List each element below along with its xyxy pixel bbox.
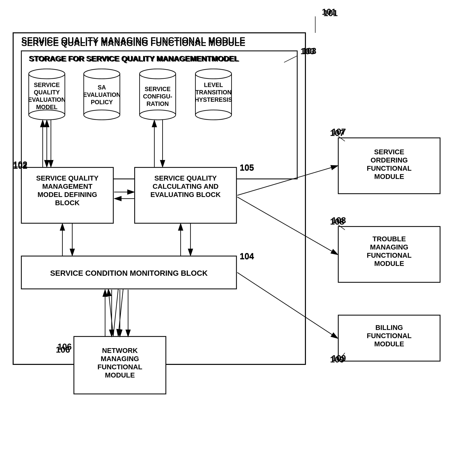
svg-text:109: 109 — [332, 353, 346, 363]
svg-text:EVALUATION: EVALUATION — [83, 91, 121, 98]
svg-text:HYSTERESIS: HYSTERESIS — [195, 96, 232, 103]
svg-text:SA: SA — [98, 84, 106, 91]
svg-text:MODULE: MODULE — [374, 340, 404, 348]
svg-text:MODULE: MODULE — [105, 371, 135, 379]
svg-line-100 — [237, 197, 337, 254]
svg-line-78 — [338, 353, 345, 361]
svg-text:EVALUATING BLOCK: EVALUATING BLOCK — [150, 191, 221, 199]
svg-point-16 — [84, 110, 120, 120]
svg-rect-22 — [140, 74, 176, 115]
storage-box-label: STORAGE FOR SERVICE QUALITY MANAGEMENTMO… — [29, 54, 239, 63]
svg-line-94 — [108, 290, 113, 337]
ref-102: 102 — [13, 161, 27, 171]
svg-line-74 — [338, 136, 345, 141]
svg-text:MODEL: MODEL — [36, 104, 57, 111]
svg-text:EVALUATION: EVALUATION — [28, 96, 66, 103]
svg-text:102: 102 — [13, 160, 27, 169]
svg-rect-44 — [21, 256, 236, 289]
svg-text:TROUBLE: TROUBLE — [373, 235, 406, 243]
svg-line-76 — [338, 225, 345, 230]
svg-line-92 — [118, 289, 123, 336]
svg-rect-51 — [338, 138, 440, 194]
svg-point-28 — [195, 69, 232, 79]
svg-text:STORAGE FOR SERVICE QUALITY MA: STORAGE FOR SERVICE QUALITY MANAGEMENTMO… — [30, 55, 239, 63]
svg-text:QUALITY: QUALITY — [34, 89, 60, 96]
svg-point-8 — [29, 110, 65, 120]
svg-text:101: 101 — [322, 7, 336, 17]
svg-point-24 — [140, 69, 176, 79]
svg-text:105: 105 — [240, 163, 254, 173]
svg-line-93 — [113, 289, 118, 336]
svg-text:CONFIGU-: CONFIGU- — [143, 93, 172, 100]
svg-rect-2 — [13, 33, 305, 364]
svg-rect-4 — [21, 51, 297, 179]
svg-text:SERVICE QUALITY: SERVICE QUALITY — [154, 174, 217, 182]
svg-text:RATION: RATION — [146, 100, 169, 107]
svg-point-30 — [195, 110, 232, 120]
svg-text:FUNCTIONAL: FUNCTIONAL — [98, 363, 142, 371]
svg-text:104: 104 — [240, 252, 254, 261]
ref-106: 106 — [56, 345, 70, 354]
svg-text:LEVEL: LEVEL — [204, 82, 223, 88]
svg-rect-15 — [84, 74, 120, 115]
svg-text:MANAGING: MANAGING — [101, 355, 139, 363]
svg-line-68 — [284, 56, 297, 62]
svg-point-9 — [29, 69, 65, 79]
svg-rect-29 — [195, 74, 232, 115]
svg-text:FUNCTIONAL: FUNCTIONAL — [367, 251, 412, 259]
svg-text:BILLING: BILLING — [375, 324, 403, 331]
svg-text:MODULE: MODULE — [374, 260, 404, 267]
svg-point-21 — [140, 69, 176, 79]
svg-text:POLICY: POLICY — [91, 99, 113, 106]
svg-text:SERVICE QUALITY MANAGING FUNCT: SERVICE QUALITY MANAGING FUNCTIONAL MODU… — [21, 38, 245, 48]
svg-rect-61 — [338, 315, 440, 361]
svg-text:FUNCTIONAL: FUNCTIONAL — [367, 164, 412, 172]
svg-text:SERVICE: SERVICE — [145, 86, 170, 92]
ref-108: 108 — [330, 217, 344, 226]
svg-text:SERVICE: SERVICE — [374, 148, 404, 156]
svg-text:NETWORK: NETWORK — [102, 347, 138, 354]
ref-109: 109 — [330, 354, 344, 364]
svg-text:TRANSITION: TRANSITION — [195, 89, 232, 96]
svg-line-99 — [237, 166, 337, 195]
svg-text:106: 106 — [57, 342, 72, 351]
svg-rect-46 — [74, 337, 166, 394]
svg-text:SERVICE CONDITION MONITORING B: SERVICE CONDITION MONITORING BLOCK — [50, 269, 208, 277]
svg-rect-35 — [21, 167, 113, 223]
main-box-label: SERVICE QUALITY MANAGING FUNCTIONAL MODU… — [21, 35, 245, 45]
svg-text:108: 108 — [332, 215, 346, 225]
svg-point-17 — [84, 69, 120, 79]
ref-101: 101 — [324, 8, 338, 18]
svg-text:ORDERING: ORDERING — [371, 156, 408, 164]
svg-text:FUNCTIONAL: FUNCTIONAL — [367, 332, 412, 340]
svg-text:SERVICE QUALITY: SERVICE QUALITY — [36, 174, 99, 182]
svg-point-6 — [29, 69, 65, 79]
svg-line-101 — [237, 273, 337, 338]
ref-107: 107 — [330, 128, 344, 138]
diagram-root: 101 103 102 105 104 106 107 108 109 SERV… — [0, 0, 467, 476]
ref-103: 103 — [302, 46, 316, 56]
svg-text:MANAGING: MANAGING — [370, 243, 408, 251]
ref-104: 104 — [240, 251, 254, 261]
svg-rect-7 — [29, 74, 65, 115]
svg-text:MANAGEMENT: MANAGEMENT — [42, 183, 92, 190]
svg-text:MODEL DEFINING: MODEL DEFINING — [38, 191, 97, 199]
ref-105: 105 — [240, 163, 254, 172]
svg-text:CALCULATING AND: CALCULATING AND — [153, 183, 218, 190]
svg-text:107: 107 — [332, 127, 346, 136]
svg-text:MODULE: MODULE — [374, 173, 404, 180]
svg-point-31 — [195, 69, 232, 79]
svg-rect-40 — [135, 167, 236, 223]
svg-point-23 — [140, 110, 176, 120]
svg-text:BLOCK: BLOCK — [55, 199, 79, 207]
svg-text:103: 103 — [300, 47, 315, 56]
svg-point-14 — [84, 69, 120, 79]
svg-text:SERVICE: SERVICE — [34, 82, 60, 88]
svg-rect-56 — [338, 226, 440, 282]
